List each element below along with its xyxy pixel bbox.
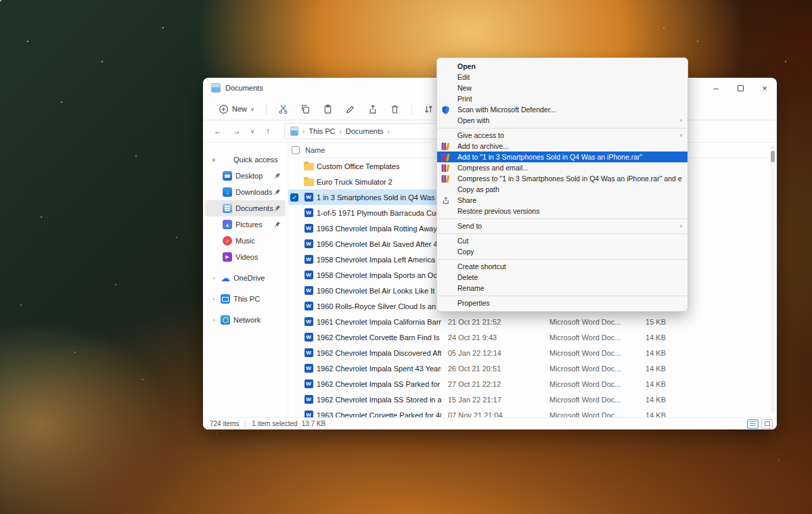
context-menu-item-properties[interactable]: Properties (437, 298, 687, 308)
maximize-button[interactable] (728, 78, 752, 98)
word-document-icon: W (303, 286, 314, 296)
sidebar-item-this-pc[interactable]: ›This PC (205, 291, 286, 307)
context-menu-item-open[interactable]: Open (437, 61, 687, 72)
file-row[interactable]: W1962 Chevrolet Impala SS Stored in a Co… (288, 392, 652, 407)
scrollbar-thumb[interactable] (771, 151, 775, 162)
file-row[interactable]: W1963 Chevrolet Corvette Parked for 40 Y… (288, 407, 652, 417)
chevron-down-icon: ∨ (250, 106, 254, 112)
menu-item-label: Share (457, 196, 682, 204)
context-menu-item-add-to-archive[interactable]: Add to archive... (437, 141, 687, 151)
context-menu-item-edit[interactable]: Edit (437, 72, 687, 83)
word-document-icon: W (303, 333, 314, 342)
sidebar-item-videos[interactable]: Videos (205, 249, 286, 265)
menu-item-label: New (457, 84, 682, 92)
tree-chevron-icon[interactable]: › (210, 317, 217, 323)
sidebar-item-quick-access[interactable]: ∨Quick access (205, 151, 286, 168)
pin-icon (274, 172, 281, 179)
context-menu-item-delete[interactable]: Delete (437, 272, 687, 283)
sidebar-item-documents[interactable]: Documents (205, 200, 286, 216)
pin-icon (274, 205, 281, 212)
winrar-icon (441, 174, 450, 183)
forward-button[interactable]: → (229, 123, 245, 139)
context-menu-item-rename[interactable]: Rename (437, 283, 687, 294)
context-menu-item-restore-previous-versions[interactable]: Restore previous versions (437, 206, 687, 216)
sidebar-item-network[interactable]: ›Network (205, 312, 286, 328)
context-menu-item-add-to-1-in-3-smartphones-sold-in-q4-was[interactable]: Add to "1 in 3 Smartphones Sold in Q4 Wa… (437, 151, 687, 162)
file-type: Microsoft Word Doc... (549, 411, 628, 418)
network-icon (221, 315, 230, 325)
breadcrumb-documents[interactable]: Documents (346, 127, 384, 135)
documents-icon (223, 204, 232, 213)
file-row[interactable]: W1962 Chevrolet Impala SS Parked for Ove… (288, 376, 652, 392)
menu-item-label: Scan with Microsoft Defender... (457, 106, 682, 114)
word-document-icon: W (303, 255, 314, 264)
word-document-icon: W (303, 395, 314, 404)
submenu-chevron-icon: › (680, 223, 682, 229)
tree-chevron-icon[interactable]: › (210, 275, 217, 281)
close-button[interactable]: × (752, 78, 777, 98)
file-type: Microsoft Word Doc... (549, 365, 628, 373)
icons-view-icon (765, 421, 770, 426)
sidebar-item-desktop[interactable]: Desktop (205, 168, 286, 184)
row-checkbox[interactable]: ✓ (290, 193, 298, 202)
file-name: 1962 Chevrolet Impala Spent 43 Years in … (317, 365, 441, 373)
new-button[interactable]: New ∨ (214, 101, 259, 118)
sidebar-item-pictures[interactable]: Pictures (205, 216, 286, 233)
icons-view-button[interactable] (761, 419, 773, 429)
file-date-modified: 27 Oct 21 22:12 (444, 380, 547, 388)
sidebar-item-downloads[interactable]: Downloads (205, 184, 286, 200)
file-date-modified: 21 Oct 21 21:52 (444, 318, 547, 326)
breadcrumb-chevron-icon: › (387, 128, 389, 135)
details-view-button[interactable] (747, 419, 759, 429)
sidebar-item-onedrive[interactable]: ›OneDrive (205, 270, 286, 286)
recent-locations-chevron-icon[interactable]: ∨ (248, 123, 257, 139)
context-menu-item-share[interactable]: Share (437, 195, 687, 206)
pin-icon (274, 221, 281, 228)
context-menu-item-copy[interactable]: Copy (437, 246, 687, 257)
rename-button[interactable] (340, 101, 360, 118)
file-row[interactable]: W1961 Chevrolet Impala California Barn F… (288, 314, 652, 329)
sidebar-item-music[interactable]: Music (205, 233, 286, 249)
breadcrumb-this-pc[interactable]: This PC (309, 127, 335, 135)
context-menu-item-compress-to-1-in-3-smartphones-sold-in-q[interactable]: Compress to "1 in 3 Smartphones Sold in … (437, 173, 687, 184)
file-name: 1963 Chevrolet Impala Rotting Away on Pr… (317, 225, 441, 233)
context-menu-item-open-with[interactable]: Open with› (437, 115, 687, 126)
cut-button[interactable] (273, 101, 293, 118)
menu-separator (438, 259, 687, 260)
file-row[interactable]: W1962 Chevrolet Corvette Barn Find Is Be… (288, 329, 652, 345)
submenu-chevron-icon: › (680, 117, 682, 124)
select-all-checkbox[interactable] (292, 146, 300, 154)
pictures-icon (223, 220, 232, 229)
context-menu-item-copy-as-path[interactable]: Copy as path (437, 184, 687, 195)
delete-button[interactable] (385, 101, 405, 118)
context-menu-item-cut[interactable]: Cut (437, 235, 687, 246)
tree-chevron-icon[interactable]: ∨ (210, 157, 217, 163)
menu-item-label: Give access to (457, 131, 680, 139)
file-row[interactable]: W1962 Chevrolet Impala Discovered After … (288, 345, 652, 360)
vertical-scrollbar[interactable] (771, 145, 775, 413)
paste-button[interactable] (318, 101, 338, 118)
toolbar-separator (266, 103, 267, 115)
context-menu-item-give-access-to[interactable]: Give access to› (437, 130, 687, 141)
context-menu-item-print[interactable]: Print (437, 93, 687, 104)
sidebar-item-label: Downloads (235, 188, 272, 196)
breadcrumb-chevron-icon: › (339, 128, 341, 135)
menu-item-label: Add to archive... (457, 142, 682, 150)
share-button[interactable] (363, 101, 382, 118)
up-button[interactable]: ↑ (260, 123, 276, 139)
menu-item-label: Cut (457, 237, 682, 245)
copy-button[interactable] (296, 101, 315, 118)
sidebar-item-label: Quick access (233, 156, 277, 164)
tree-chevron-icon[interactable]: › (210, 296, 217, 302)
context-menu-item-new[interactable]: New (437, 83, 687, 93)
file-row[interactable]: W1962 Chevrolet Impala Spent 43 Years in… (288, 360, 652, 376)
name-column-header[interactable]: Name (305, 146, 325, 154)
minimize-button[interactable]: – (704, 78, 728, 98)
context-menu-item-create-shortcut[interactable]: Create shortcut (437, 261, 687, 272)
winrar-icon (441, 164, 450, 172)
back-button[interactable]: ← (210, 123, 226, 139)
file-type: Microsoft Word Doc... (549, 349, 628, 357)
context-menu-item-compress-and-email[interactable]: Compress and email... (437, 162, 687, 173)
context-menu-item-scan-with-microsoft-defender[interactable]: Scan with Microsoft Defender... (437, 104, 687, 115)
context-menu-item-send-to[interactable]: Send to› (437, 220, 687, 231)
